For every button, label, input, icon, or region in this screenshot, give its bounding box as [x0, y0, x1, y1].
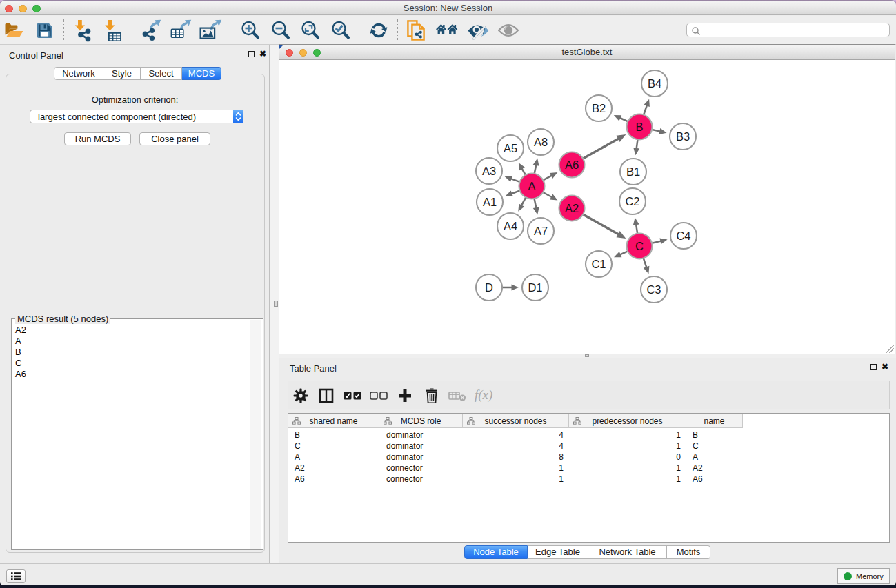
svg-text:A5: A5 — [504, 142, 517, 154]
svg-text:C1: C1 — [591, 258, 606, 270]
svg-text:A1: A1 — [483, 196, 497, 208]
svg-text:B: B — [635, 121, 643, 133]
svg-text:A: A — [528, 180, 535, 192]
svg-text:C4: C4 — [676, 230, 690, 242]
svg-text:A8: A8 — [534, 136, 548, 148]
svg-text:B3: B3 — [676, 130, 690, 143]
svg-text:A2: A2 — [565, 202, 579, 214]
svg-text:C2: C2 — [625, 195, 639, 207]
svg-text:D1: D1 — [528, 281, 542, 294]
svg-text:C3: C3 — [646, 283, 661, 296]
svg-text:D: D — [485, 281, 493, 294]
svg-text:B2: B2 — [592, 102, 606, 114]
svg-text:B1: B1 — [626, 165, 640, 178]
svg-text:B4: B4 — [648, 77, 661, 90]
svg-text:A7: A7 — [534, 225, 548, 237]
svg-text:A3: A3 — [482, 165, 496, 177]
svg-text:A4: A4 — [504, 220, 517, 232]
svg-text:A6: A6 — [565, 159, 579, 171]
svg-text:C: C — [635, 240, 644, 252]
